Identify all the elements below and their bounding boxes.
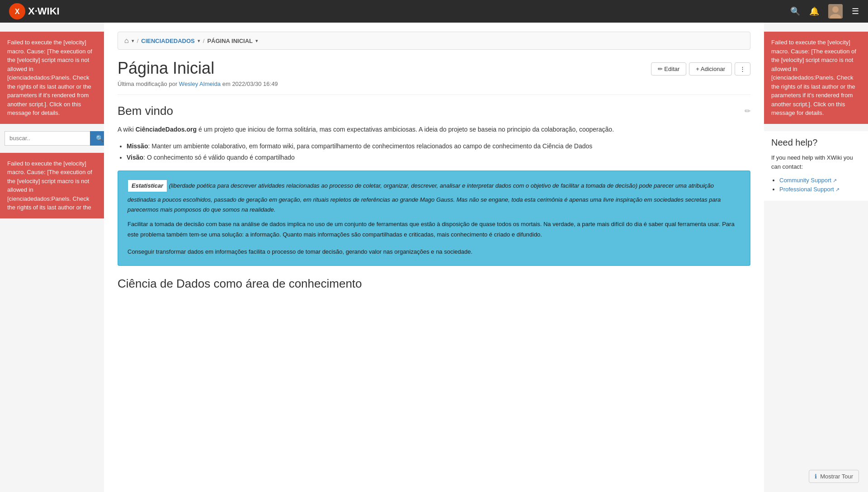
topbar: X X·WIKI 🔍 🔔 ☰ bbox=[0, 0, 868, 23]
section-edit-icon[interactable]: ✏ bbox=[745, 107, 750, 115]
info-box: Estatisticar (liberdade poética para des… bbox=[118, 170, 750, 266]
author-link[interactable]: Wesley Almeida bbox=[179, 80, 221, 87]
section-bem-vindo-title: Bem vindo ✏ bbox=[118, 104, 750, 118]
left-error-box-1[interactable]: Failed to execute the [velocity] macro. … bbox=[0, 32, 104, 124]
list-item: Professional Support bbox=[779, 185, 861, 193]
avatar[interactable] bbox=[828, 4, 843, 19]
list-item: Community Support bbox=[779, 176, 861, 184]
notifications-icon[interactable]: 🔔 bbox=[809, 6, 819, 16]
section-bem-vindo: Bem vindo ✏ A wiki CiênciadeDados.org é … bbox=[118, 104, 750, 163]
left-error-box-2[interactable]: Failed to execute the [velocity] macro. … bbox=[0, 153, 104, 218]
community-support-link[interactable]: Community Support bbox=[779, 177, 837, 184]
professional-support-link[interactable]: Professional Support bbox=[779, 186, 840, 193]
info-box-tag: Estatisticar bbox=[127, 180, 167, 192]
page-title: Página Inicial bbox=[118, 59, 214, 78]
breadcrumb-space-dropdown[interactable]: ▾ bbox=[198, 38, 200, 44]
search-input[interactable] bbox=[5, 131, 90, 146]
main-content: ⌂ ▾ / CIENCIADEDADOS ▾ / PÁGINA INICIAL … bbox=[104, 23, 764, 492]
logo-icon: X bbox=[9, 3, 25, 19]
page-actions: ✏ Editar + Adicionar ⋮ bbox=[651, 62, 750, 76]
left-sidebar: Failed to execute the [velocity] macro. … bbox=[0, 23, 104, 492]
hamburger-menu-icon[interactable]: ☰ bbox=[852, 6, 859, 16]
breadcrumb-current-page: PÁGINA INICIAL bbox=[207, 38, 253, 44]
page-title-area: Página Inicial ✏ Editar + Adicionar ⋮ bbox=[118, 59, 750, 78]
svg-point-3 bbox=[832, 6, 839, 13]
breadcrumb-space-link[interactable]: CIENCIADEDADOS bbox=[141, 38, 194, 44]
info-box-content: Estatisticar (liberdade poética para des… bbox=[127, 180, 741, 257]
right-sidebar: Failed to execute the [velocity] macro. … bbox=[764, 23, 868, 492]
search-box: 🔍 bbox=[5, 131, 99, 146]
edit-button[interactable]: ✏ Editar bbox=[651, 62, 687, 76]
info-box-text: Estatisticar (liberdade poética para des… bbox=[127, 180, 741, 215]
breadcrumb-page-dropdown[interactable]: ▾ bbox=[255, 38, 258, 44]
more-button[interactable]: ⋮ bbox=[735, 62, 750, 76]
logo[interactable]: X X·WIKI bbox=[9, 3, 60, 19]
help-title: Need help? bbox=[771, 137, 861, 148]
show-tour-button[interactable]: ℹ Mostrar Tour bbox=[809, 470, 859, 483]
breadcrumb-home-icon[interactable]: ⌂ bbox=[124, 37, 129, 45]
section-ciencia-title: Ciência de Dados como área de conhecimen… bbox=[118, 277, 750, 291]
help-box: Need help? If you need help with XWiki y… bbox=[764, 131, 868, 201]
info-box-para2: Facilitar a tomada de decisão com base n… bbox=[127, 219, 741, 239]
breadcrumb: ⌂ ▾ / CIENCIADEDADOS ▾ / PÁGINA INICIAL … bbox=[118, 32, 750, 50]
list-item: Missão: Manter um ambiente colaborativo,… bbox=[127, 141, 750, 152]
info-box-para3: Conseguir transformar dados em informaçõ… bbox=[127, 247, 741, 257]
search-icon[interactable]: 🔍 bbox=[790, 6, 800, 16]
bem-vindo-intro: A wiki CiênciadeDados.org é um projeto q… bbox=[118, 124, 750, 135]
breadcrumb-home-dropdown[interactable]: ▾ bbox=[132, 38, 134, 44]
help-text: If you need help with XWiki you can cont… bbox=[771, 153, 861, 172]
right-error-box[interactable]: Failed to execute the [velocity] macro. … bbox=[764, 32, 868, 124]
section-ciencia: Ciência de Dados como área de conhecimen… bbox=[118, 277, 750, 291]
add-button[interactable]: + Adicionar bbox=[689, 62, 732, 76]
page-wrapper: Failed to execute the [velocity] macro. … bbox=[0, 23, 868, 492]
info-icon: ℹ bbox=[815, 473, 817, 480]
svg-text:X: X bbox=[15, 8, 20, 15]
topbar-actions: 🔍 🔔 ☰ bbox=[790, 4, 859, 19]
help-links: Community Support Professional Support bbox=[771, 176, 861, 193]
list-item: Visão: O conhecimento só é válido quando… bbox=[127, 152, 750, 163]
page-meta: Última modificação por Wesley Almeida em… bbox=[118, 80, 750, 95]
bem-vindo-list: Missão: Manter um ambiente colaborativo,… bbox=[127, 141, 750, 163]
logo-text: X·WIKI bbox=[28, 5, 60, 17]
